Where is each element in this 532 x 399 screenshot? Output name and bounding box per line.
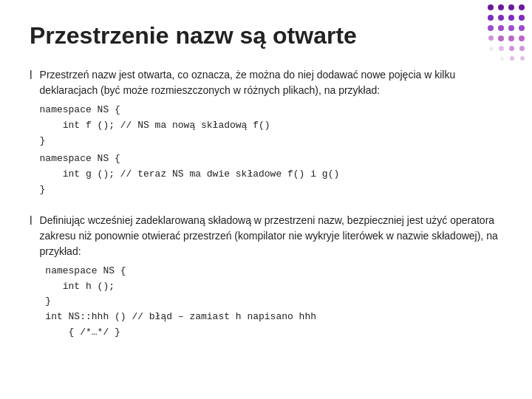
list-item: l Przestrzeń nazw jest otwarta, co oznac…: [30, 67, 502, 200]
code-block-2: namespace NS { int h (); } int NS::hhh (…: [40, 264, 502, 341]
content-list: l Przestrzeń nazw jest otwarta, co oznac…: [30, 67, 502, 342]
intro-text-2: Definiując wcześniej zadeklarowaną skład…: [40, 213, 502, 259]
bullet-1: l: [30, 69, 33, 82]
text-block-1: Przestrzeń nazw jest otwarta, co oznacza…: [40, 67, 502, 200]
decorative-dots: [443, 0, 532, 74]
page-title: Przestrzenie nazw są otwarte: [30, 22, 502, 50]
intro-text-1: Przestrzeń nazw jest otwarta, co oznacza…: [40, 67, 502, 98]
list-item-2: l Definiując wcześniej zadeklarowaną skł…: [30, 213, 502, 342]
bullet-2: l: [30, 214, 33, 228]
code-block-1b: namespace NS { int g (); // teraz NS ma …: [40, 151, 502, 197]
text-block-2: Definiując wcześniej zadeklarowaną skład…: [40, 213, 502, 342]
code-block-1a: namespace NS { int f (); // NS ma nową s…: [40, 103, 502, 149]
